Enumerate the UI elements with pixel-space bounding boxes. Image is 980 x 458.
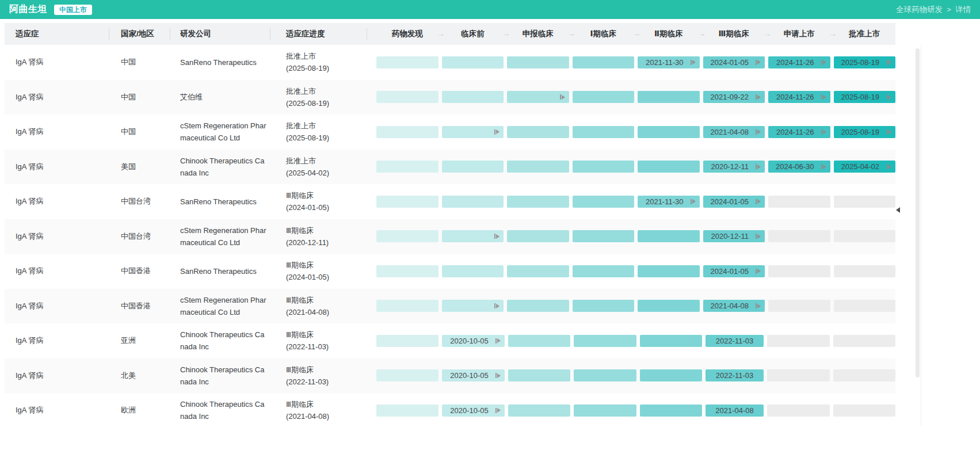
step-forward-icon-bar <box>494 129 495 135</box>
stage-bar-批准上市[interactable]: 2025-08-19 <box>834 56 896 68</box>
step-forward-icon[interactable] <box>495 373 501 378</box>
step-forward-icon[interactable] <box>821 129 826 135</box>
step-forward-icon[interactable] <box>756 164 761 169</box>
step-forward-icon-bar <box>886 129 887 135</box>
step-forward-icon[interactable] <box>886 164 891 169</box>
milestone-date: 2024-01-05 <box>711 267 749 276</box>
stage-bar-临床前[interactable] <box>442 126 504 138</box>
step-forward-icon-bar <box>756 199 757 204</box>
step-forward-icon-bar <box>756 303 757 308</box>
stage-header-1: 药物发现→ <box>376 23 438 45</box>
stage-bar-Ⅰ期临床 <box>573 56 635 68</box>
stage-bar-批准上市 <box>833 369 895 381</box>
progress-date-label: (2024-01-05) <box>286 271 367 283</box>
stage-bar-申报临床 <box>507 126 569 138</box>
stage-bar-Ⅲ期临床[interactable]: 2021-04-08 <box>706 404 764 417</box>
step-forward-icon[interactable] <box>821 94 826 100</box>
step-forward-icon[interactable] <box>756 199 761 204</box>
step-forward-icon-bar <box>691 60 692 65</box>
progress-stage-label: Ⅲ期临床 <box>286 294 367 306</box>
stage-bar-Ⅲ期临床[interactable]: 2024-01-05 <box>703 265 765 277</box>
table-row: IgA 肾病中国香港SanReno TherapeuticsⅢ期临床(2024-… <box>5 254 895 289</box>
step-forward-icon[interactable] <box>756 303 761 308</box>
step-forward-icon[interactable] <box>821 164 826 169</box>
table-row: IgA 肾病中国艾伯维批准上市(2025-08-19)2021-09-22202… <box>5 80 895 115</box>
stage-bar-申请上市[interactable]: 2024-06-30 <box>768 161 830 173</box>
milestone-date: 2025-04-02 <box>841 162 880 171</box>
step-forward-icon[interactable] <box>756 234 761 239</box>
vertical-scrollbar[interactable] <box>916 48 920 377</box>
stage-bar-申请上市[interactable]: 2024-11-26 <box>768 91 830 103</box>
table-row: IgA 肾病北美Chinook Therapeutics Canada IncⅢ… <box>5 358 895 394</box>
status-badge: 中国上市 <box>54 5 92 15</box>
step-forward-icon-triangle <box>496 129 499 134</box>
stage-bar-临床前[interactable]: 2020-10-05 <box>442 335 504 347</box>
stage-bar-Ⅱ期临床 <box>638 161 700 173</box>
stage-bar-Ⅲ期临床[interactable]: 2022-11-03 <box>706 335 764 347</box>
step-forward-icon[interactable] <box>756 269 761 274</box>
progress-date-label: (2025-08-19) <box>286 97 367 109</box>
stage-bar-药物发现 <box>376 404 438 417</box>
stage-header-6: Ⅲ期临床→ <box>703 23 765 45</box>
collapse-panel-arrow[interactable] <box>896 207 900 213</box>
step-forward-icon[interactable] <box>495 408 501 413</box>
step-forward-icon[interactable] <box>494 234 499 239</box>
step-forward-icon[interactable] <box>886 60 891 65</box>
step-forward-icon[interactable] <box>691 199 696 204</box>
step-forward-icon[interactable] <box>494 303 499 308</box>
breadcrumb-parent-link[interactable]: 全球药物研发 <box>896 5 943 15</box>
stage-bar-临床前[interactable] <box>442 230 504 242</box>
step-forward-icon[interactable] <box>821 60 826 65</box>
step-forward-icon[interactable] <box>560 94 565 100</box>
stage-bar-Ⅲ期临床[interactable]: 2021-04-08 <box>703 300 765 312</box>
milestone-date: 2024-01-05 <box>711 58 749 67</box>
progress-date-label: (2022-11-03) <box>286 376 367 388</box>
stage-bar-Ⅲ期临床[interactable]: 2021-04-08 <box>703 126 765 138</box>
stage-bar-Ⅲ期临床[interactable]: 2020-12-11 <box>703 161 765 173</box>
table-row: IgA 肾病欧洲Chinook Therapeutics Canada IncⅢ… <box>5 393 895 428</box>
region-cell: 中国台湾 <box>109 231 170 242</box>
progress-stage-label: Ⅲ期临床 <box>286 398 367 410</box>
progress-cell: 批准上市(2025-08-19) <box>270 120 367 144</box>
stage-bars: 2020-12-112024-06-302025-04-02 <box>367 150 895 185</box>
stage-bar-Ⅲ期临床[interactable]: 2020-12-11 <box>703 230 765 242</box>
stage-bar-临床前 <box>442 196 504 208</box>
stage-bar-临床前[interactable]: 2020-10-05 <box>442 369 504 381</box>
stage-bar-临床前[interactable] <box>442 300 504 312</box>
table-row: IgA 肾病中国香港cStem Regeneration Pharmaceuti… <box>5 289 895 324</box>
step-forward-icon-triangle <box>888 60 891 64</box>
step-forward-icon[interactable] <box>886 129 891 135</box>
step-forward-icon-triangle <box>757 304 761 308</box>
step-forward-icon-triangle <box>496 234 499 239</box>
stage-bar-Ⅲ期临床[interactable]: 2022-11-03 <box>706 369 764 381</box>
stage-bar-申报临床[interactable] <box>507 91 569 103</box>
step-forward-icon[interactable] <box>495 338 501 344</box>
milestone-date: 2024-11-26 <box>776 128 814 136</box>
stage-bar-申请上市 <box>767 369 829 381</box>
step-forward-icon-triangle <box>692 199 696 204</box>
stage-bar-药物发现 <box>376 265 438 277</box>
stage-bar-临床前[interactable]: 2020-10-05 <box>442 404 504 417</box>
stage-bar-临床前 <box>442 56 504 68</box>
stage-bar-Ⅲ期临床[interactable]: 2024-01-05 <box>703 196 765 208</box>
stage-bar-Ⅱ期临床[interactable]: 2021-11-30 <box>638 196 700 208</box>
stage-bar-申请上市[interactable]: 2024-11-26 <box>768 56 830 68</box>
stage-bar-批准上市[interactable]: 2025-08-19 <box>834 91 896 103</box>
stage-bar-Ⅲ期临床[interactable]: 2024-01-05 <box>703 56 765 68</box>
stage-bar-申请上市[interactable]: 2024-11-26 <box>768 126 830 138</box>
stage-bar-Ⅱ期临床[interactable]: 2021-11-30 <box>638 56 700 68</box>
progress-stage-label: Ⅲ期临床 <box>286 364 367 376</box>
step-forward-icon[interactable] <box>886 94 891 100</box>
step-forward-icon[interactable] <box>756 60 761 65</box>
step-forward-icon[interactable] <box>756 129 761 135</box>
step-forward-icon[interactable] <box>494 129 499 135</box>
stage-bar-批准上市[interactable]: 2025-04-02 <box>834 161 896 173</box>
stage-bar-批准上市[interactable]: 2025-08-19 <box>834 126 896 138</box>
step-forward-icon[interactable] <box>756 94 761 100</box>
indication-cell: IgA 肾病 <box>5 231 109 242</box>
stage-bar-Ⅲ期临床[interactable]: 2021-09-22 <box>703 91 765 103</box>
step-forward-icon[interactable] <box>691 60 696 65</box>
step-forward-icon-bar <box>886 60 887 65</box>
company-cell: cStem Regeneration Pharmaceutical Co Ltd <box>170 294 270 318</box>
stage-bar-申报临床 <box>507 56 569 68</box>
